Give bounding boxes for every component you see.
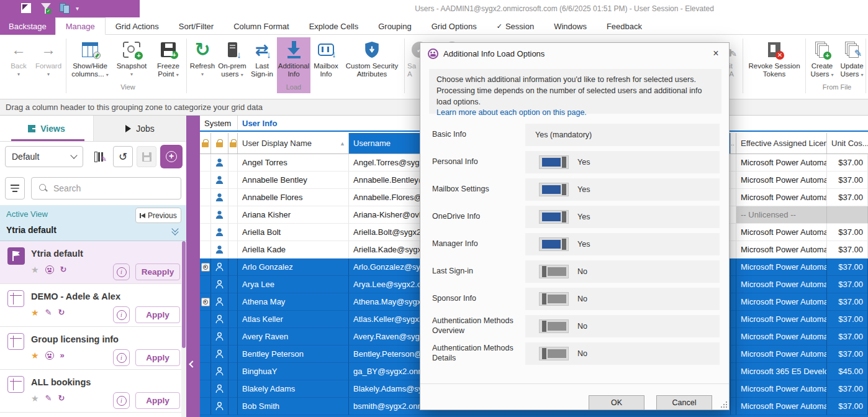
- refresh-button[interactable]: ↻ Refresh▾: [189, 37, 216, 93]
- option-value: Yes: [577, 158, 590, 167]
- column-header-dots[interactable]: ..: [731, 133, 736, 154]
- mailbox-info-button[interactable]: ↓ MailboxInfo: [312, 37, 340, 93]
- view-info-button[interactable]: i: [113, 263, 130, 280]
- ribbon-tab-feedback[interactable]: Feedback: [597, 17, 652, 35]
- onprem-users-button[interactable]: ↓ On-premusers ▾: [217, 37, 247, 93]
- qat-dropdown-icon[interactable]: ▾: [76, 5, 79, 12]
- column-header-lock-2[interactable]: [211, 133, 228, 154]
- undo-button[interactable]: ↺: [113, 146, 133, 167]
- add-view-button[interactable]: +: [160, 145, 183, 168]
- tab-label: Windows: [554, 22, 587, 31]
- view-apply-button[interactable]: Apply: [135, 349, 180, 366]
- filter-views-button[interactable]: [5, 177, 25, 199]
- previous-view-button[interactable]: Previous: [135, 208, 181, 223]
- column-header-lock-1[interactable]: [200, 133, 211, 154]
- dialog-title-bar[interactable]: Additional Info Load Options: [420, 43, 729, 64]
- grid-cell: $37.00: [827, 346, 868, 363]
- ribbon-tab-grid-actions[interactable]: Grid Actions: [106, 17, 169, 35]
- view-info-button[interactable]: i: [113, 392, 130, 409]
- option-label: Authentication Methods Overview: [432, 315, 522, 337]
- ribbon-tab-windows[interactable]: Windows: [544, 17, 597, 35]
- view-selector-dropdown[interactable]: Default: [5, 146, 83, 167]
- app-icon[interactable]: [21, 3, 31, 13]
- grid-cell: [200, 206, 211, 224]
- ribbon-tab-session[interactable]: ✓Session: [487, 17, 544, 35]
- revoke-session-tokens-button[interactable]: ✕ Revoke SessionTokens: [745, 37, 803, 93]
- grid-cell: [228, 311, 238, 328]
- view-list-item[interactable]: [0, 413, 181, 417]
- toggle-no-switch[interactable]: [539, 319, 569, 333]
- user-unit-cost: $37.00: [838, 332, 867, 341]
- download-icon: [286, 41, 302, 58]
- ribbon-tab-backstage[interactable]: Backstage: [0, 17, 55, 35]
- refresh-badge-icon: ↻: [58, 308, 65, 317]
- toggle-yes-switch[interactable]: [539, 155, 569, 169]
- view-list-item[interactable]: Group licensing info★»iApply: [0, 327, 181, 370]
- back-button[interactable]: ← Back▾: [5, 37, 32, 93]
- favorite-star-icon[interactable]: ★: [31, 265, 39, 274]
- column-header-lock-3[interactable]: [228, 133, 238, 154]
- user-display-name: Bentley Peterson: [238, 349, 304, 359]
- rename-view-button[interactable]: ✎: [89, 146, 109, 167]
- group-header-system[interactable]: System: [200, 116, 238, 131]
- scrollbar-thumb[interactable]: [182, 241, 186, 348]
- view-info-button[interactable]: i: [113, 349, 130, 366]
- view-apply-button[interactable]: Apply: [135, 392, 180, 409]
- favorite-star-icon[interactable]: ★: [31, 351, 39, 360]
- grid-cell: [731, 380, 736, 398]
- collapse-chevrons-icon[interactable]: [173, 226, 179, 234]
- ribbon-tab-sort-filter[interactable]: Sort/Filter: [169, 17, 224, 35]
- sidebar-collapse-strip[interactable]: [186, 116, 200, 417]
- custom-security-attributes-button[interactable]: Custom SecurityAttributes: [341, 37, 402, 93]
- user-username: ga_BY@sygx2.onmi: [349, 367, 427, 376]
- active-view-name: Ytria default: [6, 225, 57, 235]
- chevron-down-icon: [70, 152, 77, 158]
- view-list-item[interactable]: Ytria default★↻iReapply: [0, 241, 181, 284]
- user-username: Blakely.Adams@sy: [349, 384, 422, 393]
- ribbon-tab-column-format[interactable]: Column Format: [224, 17, 299, 35]
- tab-jobs[interactable]: Jobs: [93, 116, 186, 141]
- ribbon-tab-grid-options[interactable]: Grid Options: [422, 17, 487, 35]
- forward-button[interactable]: → Forward▾: [34, 37, 63, 93]
- grid-cell: [211, 328, 228, 346]
- column-header-license[interactable]: Effective Assigned Licen...: [736, 133, 827, 154]
- column-header-display-name[interactable]: User Display Name▲: [238, 133, 349, 154]
- cancel-button[interactable]: Cancel: [656, 395, 712, 410]
- favorite-star-icon[interactable]: ★: [31, 394, 39, 403]
- column-header-unit-cost[interactable]: Unit Cos...: [827, 133, 868, 154]
- save-view-button[interactable]: [137, 146, 156, 167]
- toggle-yes-switch[interactable]: [539, 237, 569, 251]
- dialog-close-button[interactable]: ×: [710, 48, 721, 59]
- view-reapply-button[interactable]: Reapply: [135, 263, 180, 280]
- option-control: Yes: [525, 151, 720, 173]
- tab-views[interactable]: Views: [0, 116, 93, 141]
- toggle-no-switch[interactable]: [539, 265, 569, 278]
- ribbon-tab-manage[interactable]: Manage: [55, 17, 106, 35]
- grid-cell: [731, 311, 736, 328]
- favorite-star-icon[interactable]: ★: [31, 308, 39, 317]
- view-info-button[interactable]: i: [113, 306, 130, 323]
- last-signin-button[interactable]: ⇄↓ LastSign-in: [248, 37, 276, 93]
- resize-grip[interactable]: [721, 401, 727, 408]
- table-view-icon: [7, 376, 24, 393]
- option-control: Yes: [525, 206, 720, 228]
- tab-label: Session: [505, 22, 534, 31]
- learn-more-link[interactable]: Learn more about each option on this pag…: [436, 108, 587, 117]
- ok-button[interactable]: OK: [589, 395, 644, 410]
- sidebar-tabs: Views Jobs: [0, 116, 186, 142]
- view-apply-button[interactable]: Apply: [135, 306, 180, 323]
- view-list-item[interactable]: ALL bookings★✎↻iApply: [0, 370, 181, 413]
- tab-label: Feedback: [607, 22, 642, 31]
- search-input[interactable]: Search: [31, 177, 181, 199]
- toggle-no-switch[interactable]: [539, 347, 569, 360]
- option-control: No: [525, 260, 720, 283]
- view-list-item[interactable]: DEMO - Adele & Alex★✎↻iApply: [0, 284, 181, 327]
- toggle-no-switch[interactable]: [539, 292, 569, 306]
- toggle-yes-switch[interactable]: [539, 210, 569, 224]
- compass-icon: [93, 52, 101, 59]
- ribbon-tab-explode-cells[interactable]: Explode Cells: [299, 17, 369, 35]
- toggle-yes-switch[interactable]: [539, 183, 569, 196]
- ribbon-tab-grouping[interactable]: Grouping: [368, 17, 421, 35]
- user-display-name: Arlo Gonzalez: [238, 262, 293, 272]
- sidebar-scrollbar[interactable]: [181, 241, 186, 417]
